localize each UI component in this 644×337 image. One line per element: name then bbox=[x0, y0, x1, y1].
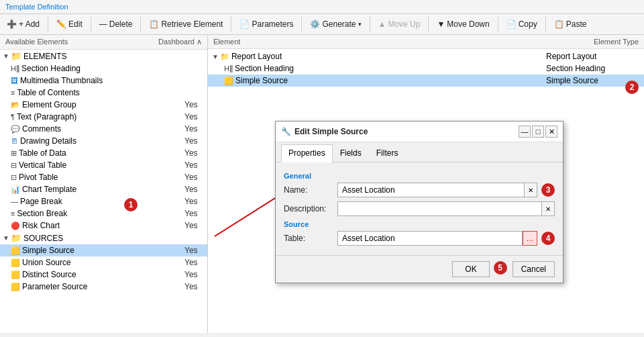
param-icon: 🟨 bbox=[11, 283, 20, 291]
list-item[interactable]: ⊞ Table of Data Yes bbox=[0, 147, 207, 159]
dialog-controls: — □ ✕ bbox=[519, 126, 557, 138]
generate-dropdown-arrow: ▾ bbox=[358, 21, 362, 28]
paste-button[interactable]: 📋 Paste bbox=[549, 16, 592, 32]
edit-icon: ✏️ bbox=[56, 19, 66, 29]
dialog-footer: OK 5 Cancel bbox=[276, 255, 563, 283]
sort-icon: ∧ bbox=[197, 38, 202, 46]
pagebreak-icon: — bbox=[11, 197, 18, 205]
eg-icon: 📂 bbox=[11, 101, 20, 109]
sectionbreak-label: Section Break bbox=[17, 209, 184, 218]
risk-label: Risk Chart bbox=[22, 221, 184, 230]
table-input[interactable] bbox=[337, 231, 523, 246]
desc-input-wrap: ✕ bbox=[337, 201, 555, 216]
list-item[interactable]: ≡ Table of Contents bbox=[0, 87, 207, 99]
cancel-button[interactable]: Cancel bbox=[513, 261, 555, 277]
list-item[interactable]: 🖹 Drawing Details Yes bbox=[0, 135, 207, 147]
sh-icon-right: Hǁ bbox=[224, 64, 233, 73]
simple-source-icon: 🟨 bbox=[11, 246, 20, 255]
pivot-icon: ⊡ bbox=[11, 173, 17, 182]
union-icon: 🟨 bbox=[11, 258, 20, 267]
retrieve-button[interactable]: 📋 Retrieve Element bbox=[144, 16, 228, 32]
section-heading-right-item[interactable]: Hǁ Section Heading Section Heading bbox=[208, 62, 644, 75]
table-browse-button[interactable]: … bbox=[523, 231, 537, 246]
distinct-source-item[interactable]: 🟨 Distinct Source Yes bbox=[0, 269, 207, 281]
text-icon: ¶ bbox=[11, 113, 15, 121]
left-panel-header: Available Elements Dashboard ∧ bbox=[0, 35, 207, 50]
tree-elements-group[interactable]: ▼ 📁 ELEMENTS bbox=[0, 50, 207, 62]
drawing-icon: 🖹 bbox=[11, 137, 18, 145]
move-down-button[interactable]: ▼ Move Down bbox=[431, 16, 494, 32]
delete-icon: — bbox=[99, 19, 107, 29]
sh-type-right: Section Heading bbox=[546, 64, 640, 73]
move-up-button[interactable]: ▲ Move Up bbox=[373, 16, 426, 32]
toc-icon: ≡ bbox=[11, 89, 15, 97]
risk-icon: 🔴 bbox=[11, 222, 20, 230]
generate-button[interactable]: ⚙️ Generate ▾ bbox=[305, 16, 366, 32]
tree-sources-group[interactable]: ▼ 📁 SOURCES bbox=[0, 232, 207, 244]
parameters-button[interactable]: 📄 Parameters bbox=[234, 16, 299, 32]
list-item[interactable]: Hǁ Section Heading bbox=[0, 62, 207, 75]
tabledata-icon: ⊞ bbox=[11, 149, 17, 158]
paste-icon: 📋 bbox=[554, 19, 564, 29]
tab-filters[interactable]: Filters bbox=[369, 144, 406, 162]
description-input[interactable] bbox=[337, 201, 542, 216]
generate-icon: ⚙️ bbox=[310, 19, 320, 29]
rl-expand-icon: ▼ bbox=[212, 53, 219, 60]
simple-source-item[interactable]: 🟨 Simple Source Yes bbox=[0, 244, 207, 256]
edit-button[interactable]: ✏️ Edit bbox=[51, 16, 88, 32]
badge2-container: 2 bbox=[625, 81, 639, 94]
delete-button[interactable]: — Delete bbox=[94, 16, 138, 32]
section-break-item[interactable]: ≡ Section Break Yes bbox=[0, 207, 207, 220]
list-item[interactable]: — Page Break Yes bbox=[0, 195, 207, 207]
multimedia-label: Multimedia Thumbnails bbox=[20, 76, 184, 85]
list-item[interactable]: ⊟ Vertical Table Yes bbox=[0, 159, 207, 171]
dashboard-label: Dashboard ∧ bbox=[158, 38, 202, 46]
copy-icon: 📄 bbox=[506, 19, 517, 29]
copy-button[interactable]: 📄 Copy bbox=[501, 16, 543, 32]
parameter-source-item[interactable]: 🟨 Parameter Source Yes bbox=[0, 281, 207, 293]
simple-source-right-item[interactable]: 🟨 Simple Source Simple Source bbox=[208, 75, 644, 87]
union-source-item[interactable]: 🟨 Union Source Yes bbox=[0, 256, 207, 269]
sep6 bbox=[370, 17, 370, 32]
comments-label: Comments bbox=[22, 124, 184, 134]
ok-button[interactable]: OK bbox=[452, 261, 489, 277]
add-button[interactable]: ➕ + Add bbox=[1, 16, 45, 32]
distinct-label: Distinct Source bbox=[22, 270, 184, 279]
name-input-wrap: ✕ bbox=[337, 183, 537, 197]
distinct-icon: 🟨 bbox=[11, 271, 20, 279]
report-layout-item[interactable]: ▼ 📁 Report Layout Report Layout bbox=[208, 50, 644, 62]
vtable-icon: ⊟ bbox=[11, 161, 17, 170]
tab-properties[interactable]: Properties bbox=[281, 144, 333, 162]
list-item[interactable]: ⊡ Pivot Table Yes bbox=[0, 171, 207, 183]
name-input[interactable] bbox=[337, 183, 525, 197]
eg-label: Element Group bbox=[22, 100, 184, 109]
elements-label: ELEMENTS bbox=[23, 52, 205, 61]
dialog-minimize-button[interactable]: — bbox=[519, 126, 531, 138]
section-heading-label: Section Heading bbox=[21, 64, 184, 73]
element-type-label: Element Type bbox=[594, 38, 639, 46]
list-item[interactable]: 🖼 Multimedia Thumbnails bbox=[0, 75, 207, 87]
list-item[interactable]: 🔴 Risk Chart Yes bbox=[0, 220, 207, 232]
right-panel: Element Element Type ▼ 📁 Report Layout R… bbox=[208, 35, 644, 333]
tab-fields[interactable]: Fields bbox=[333, 144, 369, 162]
dialog-close-button[interactable]: ✕ bbox=[545, 126, 557, 138]
template-def-label: Template Definition bbox=[3, 1, 641, 12]
list-item[interactable]: 📂 Element Group Yes bbox=[0, 99, 207, 111]
sep3 bbox=[140, 17, 141, 32]
top-bar: Template Definition bbox=[0, 0, 644, 14]
dialog-body: General Name: ✕ 3 Description: bbox=[276, 162, 563, 255]
list-item[interactable]: 💬 Comments Yes bbox=[0, 123, 207, 135]
dialog-title: 🔧 Edit Simple Source bbox=[281, 127, 368, 136]
dialog-icon: 🔧 bbox=[281, 127, 291, 136]
dialog-restore-button[interactable]: □ bbox=[532, 126, 544, 138]
list-item[interactable]: ¶ Text (Paragraph) Yes bbox=[0, 111, 207, 123]
toolbar: ➕ + Add ✏️ Edit — Delete 📋 Retrieve Elem… bbox=[0, 14, 644, 35]
pagebreak-label: Page Break bbox=[20, 197, 184, 206]
sources-label: SOURCES bbox=[23, 234, 205, 243]
section-h-icon: Hǁ bbox=[11, 64, 19, 73]
chart-template-item[interactable]: 📊 Chart Template Yes bbox=[0, 183, 207, 195]
pivot-label: Pivot Table bbox=[19, 173, 184, 182]
name-clear-button[interactable]: ✕ bbox=[525, 183, 537, 197]
desc-clear-button[interactable]: ✕ bbox=[542, 201, 555, 216]
badge-2: 2 bbox=[625, 81, 639, 94]
